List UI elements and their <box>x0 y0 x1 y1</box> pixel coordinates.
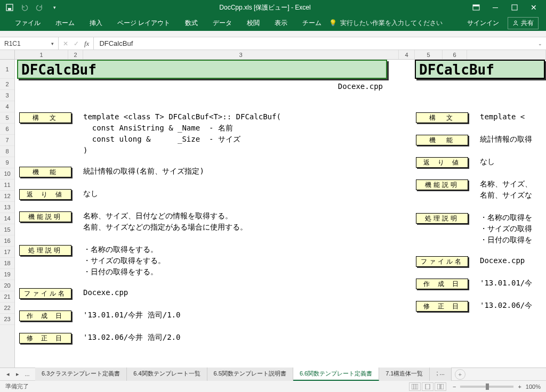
tell-me-input[interactable]: 💡 実行したい作業を入力してください <box>329 19 443 28</box>
column-header[interactable]: 3 <box>83 50 399 59</box>
share-button[interactable]: 共有 <box>508 17 539 29</box>
source-file-left[interactable]: Docexe.cpp <box>17 82 387 91</box>
section-label[interactable]: 機 能 <box>19 167 71 177</box>
zoom-in-button[interactable]: + <box>518 383 521 390</box>
doc-text[interactable]: 統計情報の取得(名前、サイズ指定) <box>83 167 204 176</box>
row-header[interactable]: 23 <box>0 314 14 325</box>
tab-data[interactable]: データ <box>205 15 239 31</box>
signin-link[interactable]: サインイン <box>467 19 499 28</box>
sheet-tab[interactable]: 6.3クラステンプレート定義書 <box>35 368 127 381</box>
section-label[interactable]: 構 文 <box>19 112 71 123</box>
tab-scroll-last-icon[interactable]: ▸ <box>14 371 21 378</box>
column-header[interactable]: 5 <box>415 50 443 59</box>
doc-text[interactable]: const AnsiString & _Name - 名前 <box>83 124 233 133</box>
column-header[interactable]: 6 <box>443 50 467 59</box>
doc-text[interactable]: '13.02.06/今井 浩司/2.0 <box>83 333 180 342</box>
column-header[interactable] <box>467 50 546 59</box>
row-header[interactable]: 12 <box>0 191 14 202</box>
redo-icon[interactable] <box>35 3 44 12</box>
doc-text[interactable]: template <class T> DFCalcBuf<T>:: DFCalc… <box>83 112 281 121</box>
row-header[interactable]: 8 <box>0 146 14 157</box>
doc-text[interactable]: ・日付の取得を <box>480 235 532 245</box>
row-header[interactable]: 17 <box>0 247 14 258</box>
row-header[interactable]: 20 <box>0 280 14 291</box>
section-label[interactable]: ファイル名 <box>416 256 468 267</box>
doc-text[interactable]: ・名称の取得を <box>480 213 532 223</box>
tab-overflow-left[interactable]: ... <box>23 371 31 378</box>
formula-expand-icon[interactable]: ⌄ <box>534 41 546 46</box>
column-header[interactable]: 1 <box>15 50 68 59</box>
view-normal-icon[interactable] <box>409 382 421 391</box>
row-header[interactable]: 22 <box>0 303 14 314</box>
doc-text[interactable]: ・名称の取得をする。 <box>83 245 158 255</box>
undo-icon[interactable] <box>20 3 29 12</box>
sheet-tab[interactable]: 6.6関数テンプレート定義書 <box>293 368 379 381</box>
doc-text[interactable]: template < <box>480 112 525 121</box>
doc-text[interactable]: 名前、サイズな <box>480 191 532 200</box>
doc-text[interactable]: ・サイズの取得 <box>480 224 532 234</box>
section-label[interactable]: 機 能 <box>416 135 468 145</box>
doc-text[interactable]: なし <box>480 157 495 167</box>
doc-text[interactable]: '13.01.01/今井 浩司/1.0 <box>83 311 180 320</box>
sheet-tab[interactable]: 6.5関数テンプレート説明書 <box>207 368 293 381</box>
doc-text[interactable]: 名称、サイズ、日付などの情報を取得する。 <box>83 211 232 221</box>
title-cell-right[interactable]: DFCalcBuf <box>415 60 545 79</box>
section-label[interactable]: 修 正 日 <box>19 333 71 344</box>
doc-text[interactable]: 名前、サイズなどの指定がある場合に使用する。 <box>83 223 247 232</box>
doc-text[interactable]: '13.02.06/今 <box>480 301 532 311</box>
cells-area[interactable]: DFCalcBuf DFCalcBuf Docexe.cpp 構 文templa… <box>15 60 546 368</box>
tab-file[interactable]: ファイル <box>7 15 48 31</box>
chevron-down-icon[interactable]: ▾ <box>51 41 54 46</box>
row-header[interactable]: 16 <box>0 235 14 247</box>
row-header[interactable]: 11 <box>0 179 14 191</box>
tab-team[interactable]: チーム <box>295 15 329 31</box>
tab-formulas[interactable]: 数式 <box>178 15 205 31</box>
save-icon[interactable] <box>5 3 14 12</box>
close-icon[interactable]: ✕ <box>529 3 539 12</box>
maximize-icon[interactable] <box>510 3 519 12</box>
section-label[interactable]: 修 正 日 <box>416 301 468 312</box>
view-page-break-icon[interactable] <box>435 382 446 391</box>
row-header[interactable]: 19 <box>0 269 14 280</box>
row-header[interactable]: 6 <box>0 124 14 135</box>
row-header[interactable]: 13 <box>0 202 14 213</box>
row-header[interactable]: 18 <box>0 258 14 269</box>
row-header[interactable]: 14 <box>0 213 14 224</box>
select-all-button[interactable] <box>0 50 15 59</box>
doc-text[interactable]: Docexe.cpp <box>480 256 525 265</box>
doc-text[interactable]: 名称、サイズ、 <box>480 179 532 189</box>
add-sheet-button[interactable]: + <box>455 369 465 380</box>
column-header[interactable]: 2 <box>68 50 83 59</box>
sheet-tab[interactable]: ; ... <box>430 368 451 381</box>
section-label[interactable]: 構 文 <box>416 112 468 123</box>
doc-text[interactable]: ) <box>83 146 87 154</box>
section-label[interactable]: 処理説明 <box>19 245 71 256</box>
doc-text[interactable]: 統計情報の取得 <box>480 135 532 144</box>
row-header[interactable]: 4 <box>0 101 14 112</box>
section-label[interactable]: ファイル名 <box>19 288 71 299</box>
tab-review[interactable]: 校閲 <box>239 15 267 31</box>
sheet-tab[interactable]: 7.1構造体一覧 <box>379 368 430 381</box>
ribbon-options-icon[interactable] <box>471 3 481 12</box>
fx-icon[interactable]: fx <box>84 39 89 48</box>
row-header[interactable]: 3 <box>0 90 14 101</box>
tab-insert[interactable]: 挿入 <box>82 15 110 31</box>
section-label[interactable]: 返 り 値 <box>19 189 71 200</box>
doc-text[interactable]: なし <box>83 189 98 199</box>
row-header[interactable]: 9 <box>0 157 14 168</box>
zoom-level[interactable]: 100% <box>526 383 541 390</box>
view-page-layout-icon[interactable] <box>422 382 433 391</box>
section-label[interactable]: 機能説明 <box>19 211 71 222</box>
row-header[interactable]: 1 <box>0 60 14 79</box>
sheet-tab[interactable]: 6.4関数テンプレート一覧 <box>127 368 207 381</box>
zoom-slider[interactable] <box>460 386 513 388</box>
column-header[interactable]: 4 <box>399 50 415 59</box>
accept-formula-icon[interactable]: ✓ <box>74 40 79 47</box>
tab-page-layout[interactable]: ページ レイアウト <box>110 15 178 31</box>
doc-text[interactable]: '13.01.01/今 <box>480 279 532 288</box>
name-box[interactable]: R1C1 ▾ <box>0 37 59 50</box>
doc-text[interactable]: ・サイズの取得をする。 <box>83 256 165 266</box>
row-header[interactable]: 2 <box>0 79 14 90</box>
row-header[interactable]: 7 <box>0 135 14 146</box>
doc-text[interactable]: ・日付の取得をする。 <box>83 267 158 277</box>
